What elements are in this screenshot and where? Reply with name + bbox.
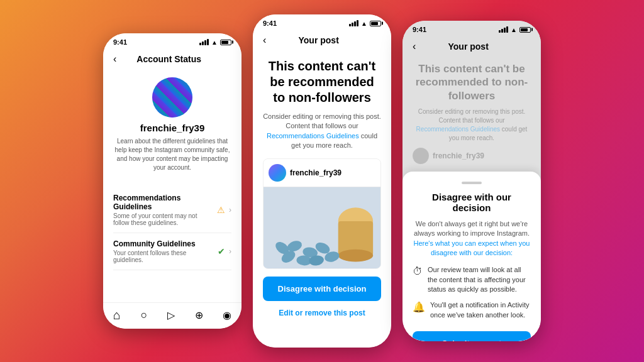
sheet-title: Disagree with our decision [413, 192, 531, 213]
community-guideline-sub: Your content follows these guidelines. [113, 250, 214, 263]
dimmed-sub: Consider editing or removing this post. … [413, 107, 531, 143]
status-time-1: 9:41 [113, 38, 127, 46]
nav-bar-1: ‹ Account Status [103, 48, 242, 70]
phone-2: 9:41 ▲ ‹ Your post [253, 14, 391, 348]
screen1-content: frenchie_fry39 Learn about the different… [103, 70, 242, 302]
status-bar-3: 9:41 ▲ [402, 21, 541, 36]
phone-1: 9:41 ▲ ‹ Account Status [103, 33, 242, 329]
dimmed-sub-before: Consider editing or removing this post. … [418, 108, 526, 124]
community-guideline-title: Community Guidelines [113, 239, 214, 248]
phones-container: 9:41 ▲ ‹ Account Status [103, 14, 541, 348]
reels-icon[interactable]: ▷ [167, 309, 175, 321]
signal-icon-3 [499, 26, 508, 33]
disagree-button[interactable]: Disagree with decision [263, 277, 381, 301]
sheet-description: We don't always get it right but we're a… [413, 219, 531, 258]
dimmed-user: frenchie_fry39 [413, 148, 531, 164]
account-description: Learn about the different guidelines tha… [113, 137, 231, 172]
recommendation-guideline-item[interactable]: Recommendations Guidelines Some of your … [113, 187, 231, 233]
status-icons-1: ▲ [199, 39, 231, 46]
sheet-item-text-2: You'll get a notification in Activity on… [430, 300, 531, 320]
svg-point-3 [338, 249, 373, 261]
back-button-1[interactable]: ‹ [113, 53, 116, 65]
check-icon: ✔ [218, 246, 225, 256]
dimmed-avatar [413, 148, 429, 164]
battery-icon [220, 40, 231, 45]
sheet-desc-before: We don't always get it right but we're a… [414, 220, 530, 237]
profile-icon[interactable]: ◉ [223, 309, 231, 321]
pills-svg [264, 187, 380, 268]
signal-icon [199, 39, 209, 45]
chevron-right-icon: › [229, 206, 231, 214]
status-bar-2: 9:41 ▲ [253, 14, 391, 30]
shop-icon[interactable]: ⊕ [195, 309, 203, 321]
community-guideline-text: Community Guidelines Your content follow… [113, 239, 214, 263]
bell-icon: 🔔 [413, 301, 425, 313]
status-icons-3: ▲ [499, 26, 531, 33]
clock-icon: ⏱ [413, 266, 423, 277]
page-title-3: Your post [421, 41, 516, 52]
battery-icon-3 [519, 27, 531, 33]
wifi-icon: ▲ [211, 39, 218, 46]
wifi-icon-2: ▲ [361, 20, 367, 27]
phone-3: 9:41 ▲ ‹ Your post [402, 21, 541, 341]
community-guideline-item[interactable]: Community Guidelines Your content follow… [113, 233, 231, 270]
submit-request-button[interactable]: Submit request [413, 331, 531, 341]
back-button-2[interactable]: ‹ [263, 35, 266, 46]
username-label: frenchie_fry39 [140, 123, 205, 133]
status-time-2: 9:41 [263, 19, 277, 27]
sub-text-before: Consider editing or removing this post. … [263, 112, 381, 129]
post-preview: frenchie_fry39 [263, 158, 381, 269]
avatar [152, 77, 192, 118]
edit-remove-link[interactable]: Edit or remove this post [263, 306, 381, 320]
avatar-image [152, 77, 192, 118]
bottom-nav: ⌂ ○ ▷ ⊕ ◉ [103, 302, 242, 329]
page-title-2: Your post [271, 35, 366, 45]
screen2-content: This content can't be recommended to non… [253, 51, 391, 348]
sheet-item-text-1: Our review team will look at all the con… [428, 265, 531, 294]
bottom-sheet: Disagree with our decision We don't alwa… [402, 172, 541, 341]
battery-icon-2 [370, 21, 381, 26]
phone-1-screen: 9:41 ▲ ‹ Account Status [103, 33, 242, 329]
dimmed-username: frenchie_fry39 [433, 151, 484, 160]
main-heading-2: This content can't be recommended to non… [263, 58, 381, 106]
back-button-3[interactable]: ‹ [413, 41, 416, 52]
post-username: frenchie_fry39 [290, 168, 341, 177]
dimmed-section: This content can't be recommended to non… [402, 57, 541, 172]
avatar-section: frenchie_fry39 Learn about the different… [113, 77, 231, 180]
warning-icon: ⚠ [217, 205, 225, 215]
wifi-icon-3: ▲ [511, 26, 517, 33]
phone-3-screen: 9:41 ▲ ‹ Your post [402, 21, 541, 341]
dimmed-link: Recommendations Guidelines [416, 126, 500, 133]
search-icon[interactable]: ○ [140, 309, 147, 322]
sub-text-2: Consider editing or removing this post. … [263, 112, 381, 151]
rec-guideline-text: Recommendations Guidelines Some of your … [113, 194, 213, 226]
nav-bar-3: ‹ Your post [402, 36, 541, 57]
rec-guideline-title: Recommendations Guidelines [113, 194, 213, 211]
rec-guideline-sub: Some of your content may not follow thes… [113, 212, 213, 226]
phone-2-screen: 9:41 ▲ ‹ Your post [253, 14, 391, 348]
dimmed-heading: This content can't be recommended to non… [413, 62, 531, 102]
recommendations-link[interactable]: Recommendations Guidelines [267, 132, 359, 140]
sheet-item-1: ⏱ Our review team will look at all the c… [413, 265, 531, 294]
nav-bar-2: ‹ Your post [253, 30, 391, 51]
chevron-right-icon-2: › [229, 247, 231, 256]
post-avatar [269, 164, 286, 182]
sheet-handle [462, 182, 482, 184]
page-title-1: Account Status [121, 54, 216, 64]
status-time-3: 9:41 [413, 26, 426, 33]
signal-icon-2 [349, 20, 358, 26]
sheet-item-2: 🔔 You'll get a notification in Activity … [413, 300, 531, 320]
status-icons-2: ▲ [349, 20, 381, 27]
status-bar-1: 9:41 ▲ [103, 33, 242, 48]
post-user: frenchie_fry39 [264, 159, 380, 187]
post-image [264, 187, 380, 268]
sheet-link[interactable]: Here's what you can expect when you disa… [414, 239, 530, 256]
home-icon[interactable]: ⌂ [113, 308, 121, 322]
